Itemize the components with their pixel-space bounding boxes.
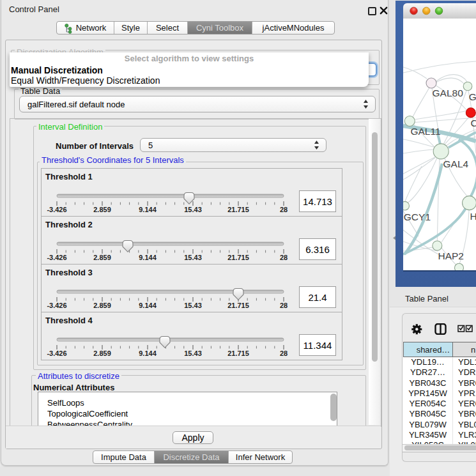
- svg-text:GCY1: GCY1: [404, 211, 431, 222]
- svg-text:GA: GA: [469, 91, 476, 102]
- svg-text:H: H: [470, 211, 476, 222]
- svg-text:GAL11: GAL11: [410, 126, 440, 137]
- svg-text:CD: CD: [471, 118, 476, 128]
- svg-text:HAP2: HAP2: [438, 250, 464, 261]
- svg-text:GAL4: GAL4: [443, 158, 469, 169]
- svg-text:GAL80: GAL80: [433, 88, 464, 98]
